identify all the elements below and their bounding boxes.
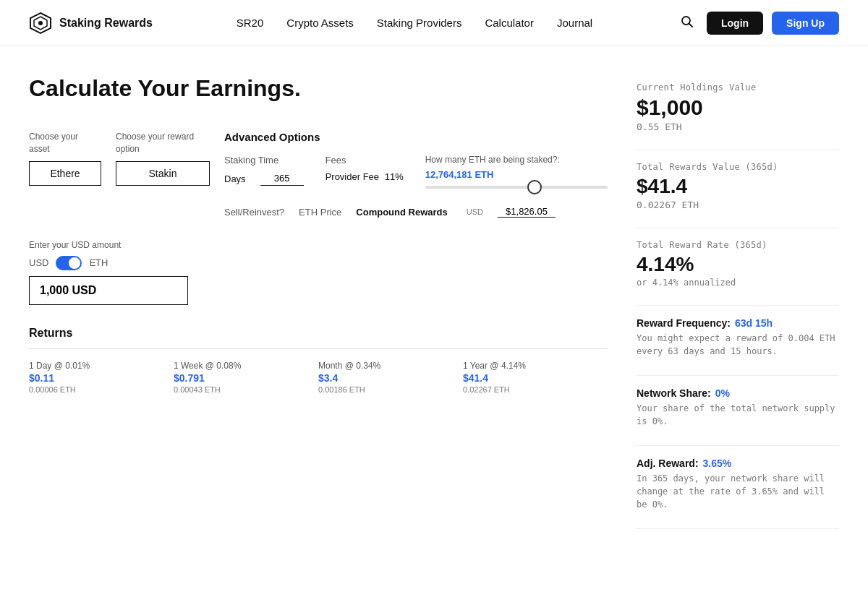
divider-2 — [637, 228, 839, 228]
return-year-value: $41.4 — [463, 372, 608, 384]
logo-icon — [29, 12, 52, 35]
staking-time-label: Staking Time — [224, 155, 304, 166]
reinvest-row: Sell/Reinvest? ETH Price Compound Reward… — [224, 206, 608, 218]
returns-row: 1 Day @ 0.01% $0.11 0.00006 ETH 1 Week @… — [29, 361, 608, 394]
amount-input[interactable] — [29, 276, 188, 305]
asset-select-col: Choose your asset Ethere — [29, 131, 101, 186]
holdings-label: Current Holdings Value — [637, 82, 839, 93]
return-day-eth: 0.00006 ETH — [29, 385, 174, 394]
staking-time-section: Staking Time Days — [224, 155, 304, 194]
signup-button[interactable]: Sign Up — [772, 12, 839, 35]
rewards-section: Total Rewards Value (365d) $41.4 0.02267… — [637, 162, 839, 210]
return-day-label: 1 Day @ 0.01% — [29, 361, 174, 371]
page-title: Calculate Your Earnings. — [29, 75, 608, 102]
nav-journal[interactable]: Journal — [557, 17, 592, 29]
return-week: 1 Week @ 0.08% $0.791 0.00043 ETH — [174, 361, 318, 394]
eth-staked-value: 12,764,181 ETH — [425, 169, 608, 180]
return-week-value: $0.791 — [174, 372, 318, 384]
freq-desc: You might expect a reward of 0.004 ETH e… — [637, 332, 839, 358]
advanced-options-title: Advanced Options — [224, 131, 608, 143]
return-year-eth: 0.02267 ETH — [463, 385, 608, 394]
returns-title: Returns — [29, 327, 608, 340]
return-week-label: 1 Week @ 0.08% — [174, 361, 318, 371]
rate-section: Total Reward Rate (365d) 4.14% or 4.14% … — [637, 240, 839, 288]
nav-crypto-assets[interactable]: Crypto Assets — [286, 17, 354, 29]
amount-section: Enter your USD amount USD ETH — [29, 239, 188, 305]
search-icon — [681, 15, 694, 28]
adj-value: 3.65% — [703, 458, 732, 469]
rewards-label: Total Rewards Value (365d) — [637, 162, 839, 172]
currency-usd-small: USD — [467, 207, 483, 216]
rewards-eth: 0.02267 ETH — [637, 199, 839, 210]
reward-selector[interactable]: Stakin — [116, 161, 210, 186]
nav-right: Login Sign Up — [676, 11, 839, 35]
navbar: Staking Rewards SR20 Crypto Assets Staki… — [0, 0, 868, 46]
eth-staked-section: How many ETH are being staked?: 12,764,1… — [425, 155, 608, 189]
reward-select-col: Choose your reward option Stakin — [116, 131, 210, 186]
amount-row: Enter your USD amount USD ETH — [29, 239, 608, 305]
freq-label: Reward Frequency: — [637, 317, 731, 329]
holdings-value: $1,000 — [637, 95, 839, 120]
divider-3 — [637, 305, 839, 306]
returns-divider — [29, 348, 608, 349]
return-day: 1 Day @ 0.01% $0.11 0.00006 ETH — [29, 361, 174, 394]
return-year-label: 1 Year @ 4.14% — [463, 361, 608, 371]
page-container: Calculate Your Earnings. Choose your ass… — [14, 46, 854, 570]
freq-value: 63d 15h — [735, 317, 773, 329]
network-label: Network Share: — [637, 387, 711, 399]
nav-calculator[interactable]: Calculator — [485, 17, 534, 29]
rewards-value: $41.4 — [637, 175, 839, 198]
return-month-value: $3.4 — [318, 372, 463, 384]
holdings-section: Current Holdings Value $1,000 0.55 ETH — [637, 82, 839, 132]
adj-label: Adj. Reward: — [637, 458, 699, 469]
nav-links: SR20 Crypto Assets Staking Providers Cal… — [237, 17, 592, 29]
freq-row: Reward Frequency: 63d 15h — [637, 317, 839, 329]
nav-sr20[interactable]: SR20 — [237, 17, 264, 29]
eth-price-input[interactable] — [498, 206, 556, 218]
logo-text: Staking Rewards — [59, 17, 153, 30]
provider-fee-label: Provider Fee — [326, 171, 379, 182]
search-button[interactable] — [676, 11, 698, 35]
rate-label: Total Reward Rate (365d) — [637, 240, 839, 250]
adj-row: Adj. Reward: 3.65% — [637, 458, 839, 469]
returns-section: Returns 1 Day @ 0.01% $0.11 0.00006 ETH … — [29, 327, 608, 394]
svg-line-4 — [689, 24, 693, 27]
holdings-eth: 0.55 ETH — [637, 121, 839, 132]
provider-fee-value: 11% — [385, 171, 404, 182]
right-panel: Current Holdings Value $1,000 0.55 ETH T… — [637, 75, 839, 541]
adj-desc: In 365 days, your network share will cha… — [637, 472, 839, 511]
freq-section: Reward Frequency: 63d 15h You might expe… — [637, 317, 839, 358]
calculator-grid: Choose your asset Ethere Choose your rew… — [29, 131, 608, 218]
asset-selector[interactable]: Ethere — [29, 161, 101, 186]
eth-price-section-label: ETH Price — [299, 207, 341, 218]
return-month-eth: 0.00186 ETH — [318, 385, 463, 394]
eth-staked-slider-thumb[interactable] — [527, 180, 542, 194]
amount-toggle-row: USD ETH — [29, 256, 188, 270]
days-input[interactable] — [260, 171, 304, 186]
divider-4 — [637, 375, 839, 376]
login-button[interactable]: Login — [707, 12, 763, 35]
divider-6 — [637, 528, 839, 529]
return-day-value: $0.11 — [29, 372, 174, 384]
choose-asset-label: Choose your asset — [29, 131, 101, 155]
nav-staking-providers[interactable]: Staking Providers — [377, 17, 462, 29]
amount-label: Enter your USD amount — [29, 239, 188, 252]
eth-staked-label: How many ETH are being staked?: — [425, 155, 608, 166]
currency-toggle[interactable] — [56, 256, 82, 270]
left-panel: Calculate Your Earnings. Choose your ass… — [29, 75, 608, 541]
choose-reward-label: Choose your reward option — [116, 131, 210, 155]
network-section: Network Share: 0% Your share of the tota… — [637, 387, 839, 428]
eth-staked-slider-track — [425, 186, 608, 189]
logo[interactable]: Staking Rewards — [29, 12, 153, 35]
return-month-label: Month @ 0.34% — [318, 361, 463, 371]
compound-rewards-label: Compound Rewards — [356, 207, 447, 218]
fees-section: Fees Provider Fee 11% — [326, 155, 404, 182]
adj-reward-section: Adj. Reward: 3.65% In 365 days, your net… — [637, 458, 839, 511]
usd-label: USD — [29, 257, 48, 268]
return-week-eth: 0.00043 ETH — [174, 385, 318, 394]
network-row: Network Share: 0% — [637, 387, 839, 399]
rate-value: 4.14% — [637, 253, 839, 276]
divider-5 — [637, 445, 839, 446]
svg-point-2 — [38, 21, 43, 25]
sell-reinvest-label: Sell/Reinvest? — [224, 207, 284, 218]
